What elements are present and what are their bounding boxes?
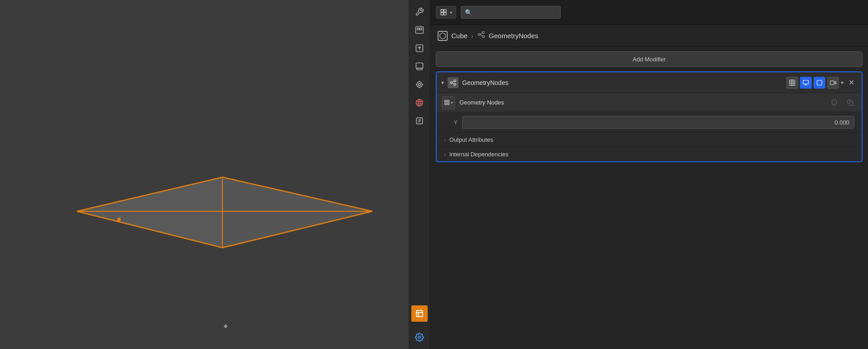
nodes-icon xyxy=(477,30,485,41)
svg-point-17 xyxy=(418,84,420,86)
svg-rect-0 xyxy=(0,0,409,349)
svg-point-18 xyxy=(417,82,422,87)
svg-point-39 xyxy=(482,31,484,34)
node-shield-button[interactable] xyxy=(828,97,840,109)
object-breadcrumb-icon xyxy=(438,31,448,41)
search-bar[interactable]: 🔍 xyxy=(461,6,561,19)
svg-rect-58 xyxy=(445,100,447,102)
3d-viewport[interactable]: ⌖ xyxy=(0,0,409,349)
mouse-cursor: ⌖ xyxy=(223,322,229,330)
output-attributes-section[interactable]: › Output Attributes xyxy=(437,132,862,147)
wrench-icon[interactable] xyxy=(411,4,428,20)
output-attributes-label: Output Attributes xyxy=(449,136,493,143)
world-icon[interactable] xyxy=(411,95,428,111)
side-toolbar xyxy=(409,0,430,349)
svg-line-41 xyxy=(480,33,482,35)
output-attributes-arrow: › xyxy=(444,137,446,143)
svg-point-40 xyxy=(482,35,484,38)
node-copy-button[interactable] xyxy=(844,97,856,109)
svg-point-38 xyxy=(478,34,480,36)
node-tree-name[interactable]: Geometry Nodes xyxy=(459,99,824,106)
svg-rect-48 xyxy=(789,80,795,85)
particles-icon[interactable] xyxy=(411,76,428,93)
modifier-toolbar: ▾ ✕ xyxy=(786,77,857,89)
breadcrumb: Cube › GeometryNodes xyxy=(430,25,868,47)
panel-header: ▾ 🔍 xyxy=(430,0,868,25)
node-dropdown-button[interactable]: ▾ xyxy=(442,96,455,109)
modifier-name-label[interactable]: GeometryNodes xyxy=(462,79,783,86)
svg-rect-57 xyxy=(830,80,834,84)
svg-line-47 xyxy=(452,83,454,84)
modifier-icon-btn-4[interactable] xyxy=(827,77,839,89)
add-modifier-button[interactable]: Add Modifier xyxy=(436,51,863,67)
svg-rect-11 xyxy=(417,28,419,30)
svg-line-46 xyxy=(452,81,454,82)
svg-rect-10 xyxy=(415,27,423,34)
modifier-icon-btn-2[interactable] xyxy=(800,77,812,89)
preferences-icon[interactable] xyxy=(411,329,428,345)
svg-rect-61 xyxy=(448,103,449,105)
svg-point-23 xyxy=(416,100,423,106)
modifier-dropdown-btn[interactable]: ▾ xyxy=(841,80,843,86)
add-modifier-label: Add Modifier xyxy=(633,56,666,63)
internal-dependencies-label: Internal Dependencies xyxy=(449,151,508,158)
svg-point-43 xyxy=(450,82,452,84)
node-tree-row: ▾ Geometry Nodes xyxy=(437,93,862,112)
svg-point-9 xyxy=(117,218,121,221)
svg-point-44 xyxy=(454,80,456,82)
modifier-type-icon xyxy=(448,77,459,88)
scene-icon[interactable] xyxy=(411,22,428,38)
internal-dependencies-arrow: › xyxy=(444,152,446,157)
output-icon[interactable] xyxy=(411,40,428,56)
modifier-icon-btn-3[interactable] xyxy=(814,77,825,89)
svg-rect-34 xyxy=(441,10,443,12)
modifier-icon[interactable] xyxy=(411,305,428,322)
y-field-input[interactable]: 0.000 xyxy=(462,116,854,129)
svg-rect-16 xyxy=(417,68,422,70)
modifier-header: ▾ GeometryNodes xyxy=(437,72,862,93)
svg-point-33 xyxy=(418,336,420,339)
view-layer-icon[interactable] xyxy=(411,58,428,75)
geometry-nodes-modifier: ▾ GeometryNodes xyxy=(436,71,863,162)
internal-dependencies-section[interactable]: › Internal Dependencies xyxy=(437,147,862,161)
svg-line-42 xyxy=(480,35,482,36)
object-props-icon[interactable] xyxy=(411,113,428,129)
mode-chevron: ▾ xyxy=(450,10,452,15)
svg-rect-60 xyxy=(445,103,447,105)
modifier-close-button[interactable]: ✕ xyxy=(845,77,857,89)
y-field-row: Y 0.000 xyxy=(437,112,862,132)
svg-rect-56 xyxy=(817,80,822,85)
svg-rect-53 xyxy=(803,80,809,84)
breadcrumb-separator: › xyxy=(471,32,473,40)
y-field-value: 0.000 xyxy=(834,119,849,126)
y-field-label: Y xyxy=(444,119,458,126)
search-icon: 🔍 xyxy=(465,9,472,16)
svg-rect-12 xyxy=(419,28,421,30)
svg-rect-62 xyxy=(849,102,853,105)
modifier-icon-btn-1[interactable] xyxy=(786,77,798,89)
modifier-breadcrumb-label[interactable]: GeometryNodes xyxy=(489,32,538,40)
svg-point-45 xyxy=(454,84,456,85)
svg-rect-59 xyxy=(448,100,449,102)
svg-rect-35 xyxy=(444,10,446,12)
svg-rect-30 xyxy=(416,310,423,317)
object-name-label[interactable]: Cube xyxy=(451,32,468,40)
modifier-collapse-chevron[interactable]: ▾ xyxy=(441,80,444,86)
svg-rect-15 xyxy=(416,63,423,69)
properties-panel: ▾ 🔍 Cube › GeometryNodes Add Modifier xyxy=(430,0,868,349)
svg-rect-36 xyxy=(441,13,443,15)
svg-rect-37 xyxy=(444,13,446,15)
mode-button[interactable]: ▾ xyxy=(436,6,456,19)
